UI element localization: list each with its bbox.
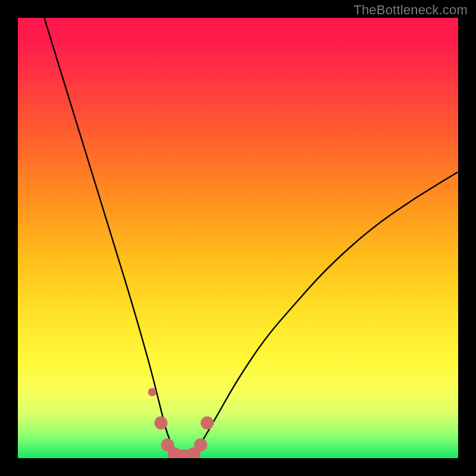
highlight-dot [194,439,207,452]
watermark-text: TheBottleneck.com [353,2,468,18]
highlight-dot [148,388,156,396]
plot-area [18,18,458,458]
highlight-dot [155,416,168,430]
bottleneck-curve [44,18,458,457]
chart-frame: TheBottleneck.com [0,0,476,476]
highlight-dot [201,416,214,430]
curve-layer [18,18,458,458]
